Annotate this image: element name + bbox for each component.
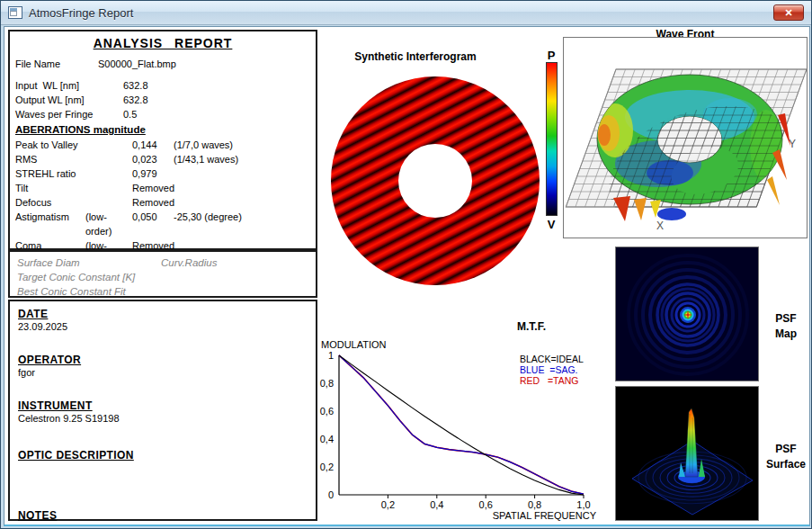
target-conic-line: Target Conic Constant [K] [17,270,308,284]
file-name-row: File Name S00000_Flat.bmp [15,57,310,71]
psf-core [680,307,696,323]
peak-to-valley-row: Peak to Valley 0,144 (1/7,0 waves) [15,138,310,152]
psf-map-label: PSF Map [758,311,812,342]
mtf-y-axis-label: MODULATION [321,339,387,350]
mtf-xtick: 0,8 [528,499,541,510]
waves-per-fringe-label: Waves per Fringe [15,107,123,121]
colorbar-peak-label: P [540,49,562,62]
operator-value: fgor [18,366,308,380]
aberrations-heading: ABERRATIONS magnitude [15,121,310,138]
mtf-legend-sag: BLUE =SAG. [520,364,578,375]
synthetic-interferogram-image [331,76,540,285]
psf-map-image [615,247,759,381]
wavefront-3d-surface: X Y [564,38,807,238]
mtf-ytick: 0 [328,489,334,500]
surface-diam-line: Surface Diam Curv.Radius [17,256,308,270]
mtf-xtick: 0,6 [479,499,493,510]
input-wl-label: Input WL [nm] [15,78,123,93]
title-bar[interactable]: AtmosFringe Report ✕ [1,1,811,25]
report-content: ANALYSIS REPORT File Name S00000_Flat.bm… [4,26,810,526]
defocus-row: Defocus Removed [15,195,310,210]
wavefront-x-axis-label: X [656,220,664,232]
psf-surface-label: PSF Surface [758,442,812,472]
close-icon[interactable]: ✕ [773,4,804,21]
conic-panel: Surface Diam Curv.Radius Target Conic Co… [8,250,317,298]
astigmatism-row: Astigmatism (low-order) 0,050 -25,30 (de… [15,210,310,238]
output-wl-label: Output WL [nm] [15,93,123,107]
mtf-legend-ideal: BLACK=IDEAL [520,354,584,364]
notes-value [18,522,308,529]
operator-heading: OPERATOR [18,354,308,366]
input-wl-row: Input WL [nm] 632.8 [15,78,310,93]
wavefront-y-axis-label: Y [789,138,796,150]
atmosfringe-report-window: AtmosFringe Report ✕ ANALYSIS REPORT Fil… [0,0,812,529]
waves-per-fringe-value: 0.5 [123,107,137,121]
mtf-ytick: 0,2 [320,462,334,472]
mtf-chart: M.T.F. MODULATION 1 0,8 0,6 0,4 0,2 0 0,… [317,318,605,521]
analysis-report-panel: ANALYSIS REPORT File Name S00000_Flat.bm… [8,30,317,250]
tilt-row: Tilt Removed [15,181,310,195]
instrument-heading: INSTRUMENT [18,399,308,412]
notes-heading: NOTES [18,509,308,522]
mtf-ytick: 0,6 [320,406,334,417]
analysis-report-title: ANALYSIS REPORT [15,36,310,50]
strehl-row: STREHL ratio 0,979 [15,166,310,181]
output-wl-value: 632.8 [123,93,148,107]
best-conic-line: Best Conic Constant Fit [17,284,308,299]
mtf-ytick: 0,4 [320,434,334,444]
output-wl-row: Output WL [nm] 632.8 [15,93,310,107]
meta-panel: DATE 23.09.2025 OPERATOR fgor INSTRUMENT… [8,300,317,521]
file-name-value: S00000_Flat.bmp [98,57,176,71]
interferogram-title: Synthetic Interferogram [325,50,506,63]
input-wl-value: 632.8 [123,78,148,93]
window-title: AtmosFringe Report [29,6,133,20]
rms-row: RMS 0,023 (1/43,1 waves) [15,152,310,166]
mtf-xtick: 0,4 [430,499,443,510]
optic-description-heading: OPTIC DESCRIPTION [18,449,308,462]
mtf-ytick: 1 [328,350,334,361]
mtf-ytick: 0,8 [320,378,334,389]
date-heading: DATE [18,308,308,320]
instrument-value: Celestron 9.25 S19198 [18,412,308,426]
date-value: 23.09.2025 [18,320,308,334]
mtf-title: M.T.F. [517,320,546,333]
mtf-xtick: 1,0 [576,499,590,510]
app-icon [8,6,22,19]
file-name-label: File Name [15,57,98,71]
mtf-xtick: 0,2 [381,499,395,510]
psf-surface-image [615,386,759,521]
mtf-x-axis-label: SPATIAL FREQUENCY [493,510,597,521]
psf-surface-spike [678,408,705,483]
waves-per-fringe-row: Waves per Fringe 0.5 [15,107,310,121]
wavefront-colorbar [546,62,558,216]
optic-description-value [18,462,308,473]
interferogram-center-hole [398,144,472,218]
colorbar-valley-label: V [540,218,562,231]
wavefront-plot: X Y [563,37,808,238]
mtf-legend-tang: RED =TANG [520,375,578,386]
